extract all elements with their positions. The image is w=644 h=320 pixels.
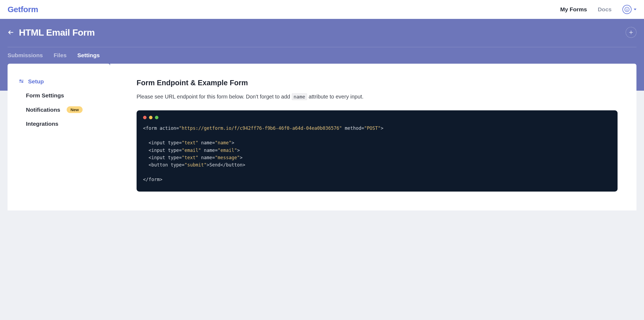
page-tabs: Submissions Files Settings [8,47,636,64]
sidebar-item-notifications[interactable]: Notifications New [8,103,110,117]
plus-icon [629,30,633,35]
svg-point-0 [625,7,629,12]
tab-files[interactable]: Files [54,52,67,59]
zoom-dot-icon [155,116,158,119]
brand-logo[interactable]: Getform [8,5,38,14]
section-description: Please see URL endpoint for this form be… [137,93,618,101]
caret-down-icon [634,9,636,10]
page-title: HTML Email Form [19,27,95,38]
sidebar-item-integrations[interactable]: Integrations [8,117,110,131]
code-block: <form action="https://getform.io/f/c942f… [137,110,618,192]
top-nav-right: My Forms Docs [560,5,636,14]
nav-my-forms[interactable]: My Forms [560,6,587,13]
sidebar-label-integrations: Integrations [26,121,58,127]
badge-new: New [67,106,83,113]
top-nav: Getform My Forms Docs [0,0,644,19]
smiley-avatar-icon [622,5,632,14]
tab-settings[interactable]: Settings [77,52,100,59]
sidebar-label-notifications: Notifications [26,107,60,113]
sidebar-item-setup[interactable]: Setup [8,74,110,88]
back-button[interactable] [8,29,14,36]
desc-code-name: name [292,93,307,100]
svg-point-2 [628,9,628,9]
add-button[interactable] [626,27,636,38]
section-title: Form Endpoint & Example Form [137,79,618,87]
sidebar-label-form-settings: Form Settings [26,92,64,99]
close-dot-icon [143,116,147,119]
nav-docs[interactable]: Docs [598,6,612,13]
svg-point-1 [626,9,626,9]
tab-submissions[interactable]: Submissions [8,52,43,59]
sidebar-item-form-settings[interactable]: Form Settings [8,88,110,103]
desc-text-before: Please see URL endpoint for this form be… [137,94,292,100]
sidebar-label-setup: Setup [28,78,44,85]
main-panel: Form Endpoint & Example Form Please see … [110,64,636,210]
sliders-icon [18,79,24,84]
page-header: HTML Email Form Submissions Files Settin… [0,19,644,64]
code-content: <form action="https://getform.io/f/c942f… [143,125,611,183]
settings-sidebar: Setup Form Settings Notifications New In… [8,64,110,210]
window-controls-icon [143,116,611,119]
user-menu[interactable] [622,5,636,14]
minimize-dot-icon [149,116,152,119]
desc-text-after: attribute to every input. [307,94,364,100]
arrow-left-icon [8,29,14,36]
